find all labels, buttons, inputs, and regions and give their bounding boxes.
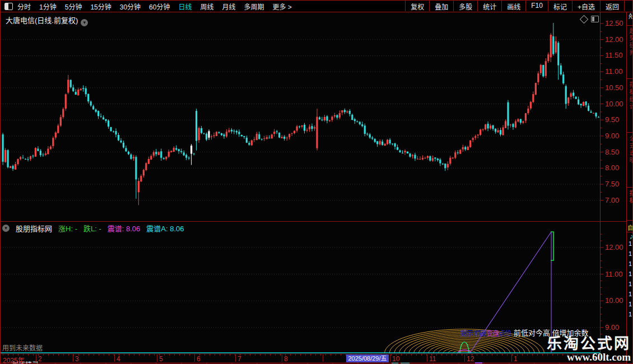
strip-badge[interactable]: 自 <box>627 223 633 232</box>
month-label: 12 <box>467 355 474 363</box>
menu-item-多股[interactable]: 多股 <box>453 1 477 11</box>
date-tick <box>270 354 271 356</box>
menu-item-标记[interactable]: 标记 <box>548 1 572 11</box>
date-tick <box>411 354 412 356</box>
month-separator <box>323 354 323 362</box>
strip-clipped-digit: 1 <box>629 250 632 257</box>
date-tick <box>416 354 417 356</box>
date-tick <box>537 354 538 356</box>
date-tick <box>331 354 331 356</box>
date-tick <box>255 354 255 356</box>
chart-canvas: 划线精灵 <box>1 1 633 364</box>
chevron-down-icon[interactable]: ▾ <box>2 225 10 232</box>
price-label: 10.00 <box>605 100 629 108</box>
month-separator <box>73 354 73 362</box>
month-label: 8 <box>284 355 288 363</box>
date-tick <box>48 354 49 356</box>
menu-item-+自选[interactable]: +自选 <box>572 1 600 11</box>
price-label: 9.00 <box>605 323 629 332</box>
date-tick <box>502 354 502 356</box>
date-tick <box>104 354 104 356</box>
date-tick <box>265 354 266 356</box>
chart-corner-icons <box>581 16 599 22</box>
menu-item-返回[interactable]: 返回 <box>600 1 625 11</box>
page-title: 大唐电信(日线.前复权)▾ <box>6 15 88 26</box>
strip-vertical-text: 公式说明 <box>627 135 633 164</box>
menu-item-周线[interactable]: 周线 <box>200 2 213 11</box>
menu-item-30分钟[interactable]: 30分钟 <box>120 2 141 11</box>
menu-item-多周期[interactable]: 多周期 <box>244 2 264 11</box>
date-tick <box>336 354 336 356</box>
annotation-part: 点位 <box>499 330 511 338</box>
date-tick <box>245 354 245 356</box>
menu-item-更多 >[interactable]: 更多 > <box>273 2 292 11</box>
menu-item-复权[interactable]: 复权 <box>405 1 429 11</box>
strip-clipped-digit: 1 <box>629 301 632 307</box>
date-tick <box>497 354 497 356</box>
date-tick <box>300 354 301 356</box>
strip-vertical-text: ≪ <box>627 13 633 21</box>
date-tick <box>225 354 225 356</box>
date-tick <box>295 354 296 356</box>
strip-clipped-digit: 1 <box>629 281 632 287</box>
date-tick <box>18 354 18 356</box>
window-icon[interactable] <box>4 3 13 10</box>
date-tick <box>512 354 513 356</box>
indicator-stat: 涨H: - <box>58 223 77 234</box>
date-tick <box>33 354 34 356</box>
date-tick <box>149 354 150 356</box>
date-tick <box>8 354 8 356</box>
date-tick <box>83 354 84 356</box>
indicator-annotation-blue: 提示:前高变盘点位 <box>460 328 511 338</box>
menu-item-F10[interactable]: F10 <box>525 1 548 11</box>
menu-item-分时[interactable]: 分时 <box>17 2 31 11</box>
date-tick <box>290 354 291 356</box>
price-label: 9.00 <box>605 132 629 140</box>
date-tick <box>325 354 326 356</box>
price-label: 12.50 <box>605 19 629 27</box>
menu-item-统计[interactable]: 统计 <box>477 1 501 11</box>
menu-item-60分钟[interactable]: 60分钟 <box>149 2 170 11</box>
date-tick <box>210 354 210 356</box>
menu-item-1分钟[interactable]: 1分钟 <box>39 2 57 11</box>
month-label: 7 <box>238 355 241 363</box>
date-tick <box>53 354 54 356</box>
diamond-icon[interactable] <box>580 15 589 24</box>
annotation-part: 提示:前高 <box>460 330 486 338</box>
year-label: 2025年 <box>3 355 25 364</box>
date-tick <box>457 354 457 356</box>
month-label: 11 <box>429 355 436 363</box>
chevron-down-icon[interactable]: ▾ <box>81 19 88 26</box>
month-separator <box>235 354 236 362</box>
date-tick <box>230 354 230 356</box>
menu-item-叠加[interactable]: 叠加 <box>429 1 453 11</box>
future-data-notice: 用到未来数据 <box>2 343 43 352</box>
date-tick <box>13 354 13 356</box>
month-label: 3 <box>75 355 79 363</box>
date-tick <box>441 354 442 356</box>
menu-item-画线[interactable]: 画线 <box>501 1 525 11</box>
strip-clipped-digit: 1 <box>629 291 632 297</box>
date-tick <box>94 354 94 356</box>
date-tick <box>527 354 528 356</box>
menu-item-月线[interactable]: 月线 <box>222 2 236 11</box>
price-label: 8.50 <box>605 148 629 156</box>
date-tick <box>341 354 341 356</box>
month-label: 2 <box>38 355 42 363</box>
date-tick <box>3 354 3 356</box>
date-axis: 2025年 2025/08/29/五 23456781011121 <box>1 354 600 363</box>
strip-clipped-digit: 1 <box>629 270 632 277</box>
date-tick <box>134 354 134 356</box>
panel-layout-icon[interactable] <box>591 16 599 22</box>
month-separator <box>36 354 36 362</box>
menu-item-日线[interactable]: 日线 <box>178 2 192 11</box>
price-label: 10.00 <box>605 296 629 305</box>
date-tick <box>492 354 492 356</box>
indicator-stat: 跌L: - <box>83 223 101 234</box>
menu-item-5分钟[interactable]: 5分钟 <box>65 2 82 11</box>
date-tick <box>446 354 447 356</box>
date-tick <box>215 354 215 356</box>
menu-item-15分钟[interactable]: 15分钟 <box>90 2 111 11</box>
tools-menu: 复权叠加多股统计画线F10标记+自选返回 <box>405 1 625 11</box>
month-separator <box>157 354 157 362</box>
